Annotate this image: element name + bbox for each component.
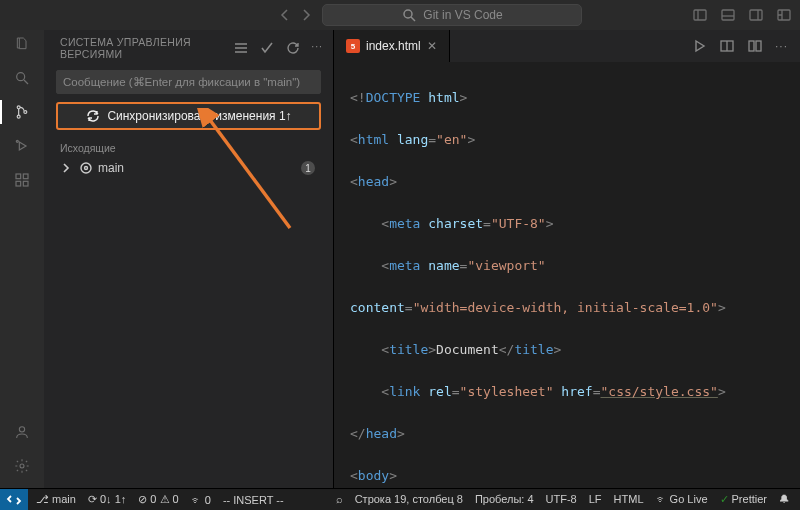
status-eol[interactable]: LF — [589, 493, 602, 506]
layout-panel-bottom-icon[interactable] — [720, 7, 736, 23]
svg-point-14 — [19, 427, 24, 432]
command-center-text: Git in VS Code — [423, 8, 502, 22]
status-language[interactable]: HTML — [614, 493, 644, 506]
status-encoding[interactable]: UTF-8 — [546, 493, 577, 506]
debug-icon — [14, 138, 30, 154]
layout-customize-icon[interactable] — [776, 7, 792, 23]
target-icon — [78, 160, 94, 176]
svg-point-8 — [24, 111, 27, 114]
activity-bar — [0, 30, 44, 488]
branch-name: main — [98, 161, 124, 175]
search-icon — [14, 70, 30, 86]
status-sync[interactable]: ⟳ 0↓ 1↑ — [88, 493, 126, 506]
svg-rect-3 — [750, 10, 762, 20]
command-center[interactable]: Git in VS Code — [322, 4, 582, 26]
svg-rect-12 — [23, 181, 28, 186]
outgoing-branch-row[interactable]: main 1 — [44, 156, 333, 180]
activity-settings[interactable] — [0, 458, 44, 474]
activity-account[interactable] — [0, 424, 44, 440]
chevron-right-icon — [58, 160, 74, 176]
status-radio[interactable]: ᯤ 0 — [191, 494, 211, 506]
remote-icon — [6, 492, 22, 508]
svg-rect-10 — [16, 174, 21, 179]
sync-label: Синхронизировать изменения 1↑ — [107, 109, 291, 123]
svg-rect-19 — [749, 41, 754, 51]
layout-sidebar-left-icon[interactable] — [692, 7, 708, 23]
tab-filename: index.html — [366, 39, 421, 53]
tab-index-html[interactable]: 5 index.html ✕ — [334, 30, 450, 62]
account-icon — [14, 424, 30, 440]
more-icon[interactable]: ··· — [775, 39, 788, 53]
status-vim-mode: -- INSERT -- — [223, 494, 284, 506]
more-icon[interactable]: ··· — [311, 40, 323, 56]
status-bell-icon[interactable]: 🔔︎ — [779, 493, 790, 506]
scm-panel: СИСТЕМА УПРАВЛЕНИЯ ВЕРСИЯМИ ··· Сообщени… — [44, 30, 334, 488]
svg-point-5 — [17, 73, 25, 81]
svg-point-17 — [85, 167, 88, 170]
code-editor[interactable]: <!DOCTYPE html> <html lang="en"> <head> … — [334, 62, 800, 488]
html5-icon: 5 — [346, 39, 360, 53]
status-indent[interactable]: Пробелы: 4 — [475, 493, 534, 506]
sync-icon — [85, 108, 101, 124]
status-branch[interactable]: ⎇ main — [36, 493, 76, 506]
svg-rect-2 — [722, 10, 734, 20]
search-icon — [401, 7, 417, 23]
svg-point-15 — [20, 464, 24, 468]
editor-area: 5 index.html ✕ ··· <!DOCTYPE html> <html… — [334, 30, 800, 488]
title-bar: Git in VS Code — [0, 0, 800, 30]
tab-bar: 5 index.html ✕ ··· — [334, 30, 800, 62]
outgoing-count-badge: 1 — [301, 161, 315, 175]
activity-search[interactable] — [0, 70, 44, 86]
commit-message-input[interactable]: Сообщение (⌘Enter для фиксации в "main") — [56, 70, 321, 94]
status-golive[interactable]: ᯤ Go Live — [656, 493, 708, 506]
close-icon[interactable]: ✕ — [427, 39, 437, 53]
svg-point-7 — [17, 115, 20, 118]
svg-point-16 — [81, 163, 91, 173]
files-icon — [14, 36, 30, 52]
activity-scm[interactable] — [0, 104, 44, 120]
extensions-icon — [14, 172, 30, 188]
gear-icon — [14, 458, 30, 474]
layout-sidebar-right-icon[interactable] — [748, 7, 764, 23]
status-problems[interactable]: ⊘ 0 ⚠ 0 — [138, 493, 178, 506]
nav-forward-icon[interactable] — [298, 7, 314, 23]
status-prettier[interactable]: Prettier — [720, 493, 767, 506]
sync-changes-button[interactable]: Синхронизировать изменения 1↑ — [56, 102, 321, 130]
svg-rect-13 — [23, 174, 28, 179]
status-cursor[interactable]: Строка 19, столбец 8 — [355, 493, 463, 506]
svg-point-6 — [17, 106, 20, 109]
run-icon[interactable] — [691, 38, 707, 54]
status-bar: ⎇ main ⟳ 0↓ 1↑ ⊘ 0 ⚠ 0 ᯤ 0 -- INSERT -- … — [0, 488, 800, 510]
view-as-tree-icon[interactable] — [233, 40, 249, 56]
svg-point-9 — [16, 140, 18, 142]
outgoing-section-label: Исходящие — [44, 140, 333, 156]
scm-panel-title: СИСТЕМА УПРАВЛЕНИЯ ВЕРСИЯМИ — [60, 36, 233, 60]
svg-point-0 — [404, 10, 412, 18]
commit-icon[interactable] — [259, 40, 275, 56]
split-editor-icon[interactable] — [719, 38, 735, 54]
svg-rect-11 — [16, 181, 21, 186]
svg-rect-20 — [756, 41, 761, 51]
svg-rect-1 — [694, 10, 706, 20]
remote-indicator[interactable] — [0, 489, 28, 510]
status-find[interactable]: ⌕ — [336, 493, 343, 506]
nav-back-icon[interactable] — [278, 7, 294, 23]
activity-extensions[interactable] — [0, 172, 44, 188]
activity-explorer[interactable] — [0, 36, 44, 52]
diff-icon[interactable] — [747, 38, 763, 54]
activity-debug[interactable] — [0, 138, 44, 154]
commit-placeholder: Сообщение (⌘Enter для фиксации в "main") — [63, 76, 300, 88]
refresh-icon[interactable] — [285, 40, 301, 56]
source-control-icon — [14, 104, 30, 120]
